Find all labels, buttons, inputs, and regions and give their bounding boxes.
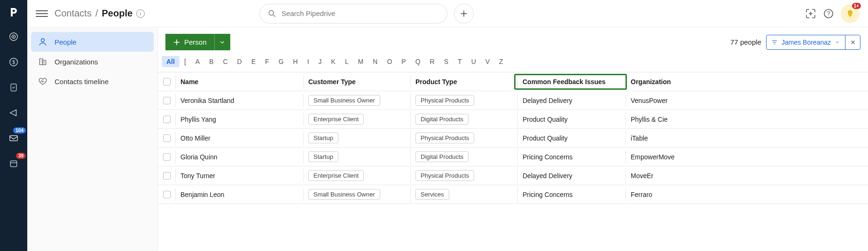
contacts-sidebar: People Organizations Contacts timeline — [27, 27, 158, 251]
filter-icon — [771, 39, 778, 46]
alpha-p[interactable]: P — [397, 56, 410, 67]
alpha-m[interactable]: M — [353, 56, 368, 67]
alpha-v[interactable]: V — [481, 56, 494, 67]
alpha-e[interactable]: E — [247, 56, 260, 67]
svg-point-2 — [13, 36, 15, 38]
quick-add-button[interactable] — [454, 4, 474, 24]
rail-item-inbox[interactable]: 104 — [7, 132, 20, 145]
col-name[interactable]: Name — [176, 75, 304, 88]
alpha-g[interactable]: G — [274, 56, 289, 67]
alpha-d[interactable]: D — [233, 56, 247, 67]
cell-feedback: Product Quality — [518, 132, 626, 145]
table-row[interactable]: Veronika Startland Small Business Owner … — [158, 91, 868, 110]
alpha-a[interactable]: A — [191, 56, 204, 67]
cell-customer-type: Startup — [304, 130, 411, 146]
row-select-cell — [158, 113, 176, 126]
cell-name[interactable]: Benjamin Leon — [176, 188, 304, 201]
cell-customer-type: Enterprise Client — [304, 111, 411, 127]
alpha-i[interactable]: I — [303, 56, 314, 67]
col-organization[interactable]: Organization — [626, 75, 868, 88]
row-checkbox[interactable] — [163, 97, 171, 104]
col-product-type[interactable]: Product Type — [411, 75, 518, 88]
alpha-k[interactable]: K — [327, 56, 340, 67]
add-person-button[interactable]: Person — [165, 34, 214, 50]
cell-organization[interactable]: EmpowerMove — [626, 150, 868, 164]
filter-button[interactable]: James Boreanaz — [766, 35, 845, 49]
table-row[interactable]: Benjamin Leon Small Business Owner Servi… — [158, 185, 868, 204]
rail-item-projects[interactable] — [7, 81, 20, 94]
cell-product-type: Physical Products — [411, 167, 518, 184]
add-person-dropdown[interactable] — [214, 34, 230, 50]
svg-text:$: $ — [12, 60, 15, 65]
select-all-cell — [158, 75, 176, 88]
cell-organization[interactable]: iTable — [626, 132, 868, 145]
alpha-n[interactable]: N — [368, 56, 382, 67]
rail-item-leads[interactable] — [7, 30, 20, 43]
alpha-z[interactable]: Z — [494, 56, 508, 67]
row-select-cell — [158, 94, 176, 107]
col-customer-type[interactable]: Customer Type — [304, 75, 411, 88]
row-select-cell — [158, 188, 176, 201]
select-all-checkbox[interactable] — [163, 78, 171, 86]
row-checkbox[interactable] — [163, 116, 171, 123]
info-icon[interactable]: i — [136, 9, 145, 18]
alpha-f[interactable]: F — [260, 56, 274, 67]
cell-name[interactable]: Tony Turner — [176, 169, 304, 182]
alpha-s[interactable]: S — [439, 56, 453, 67]
plus-icon — [460, 9, 468, 18]
cell-product-type: Services — [411, 186, 518, 203]
alpha-[[interactable]: [ — [180, 56, 191, 67]
alpha-t[interactable]: T — [453, 56, 467, 67]
cell-organization[interactable]: Phyllis & Cie — [626, 113, 868, 126]
rail-item-activities[interactable]: 39 — [7, 157, 20, 170]
bulb-icon — [845, 9, 855, 18]
plus-icon — [173, 39, 180, 46]
alpha-l[interactable]: L — [340, 56, 353, 67]
col-feedback[interactable]: Common Feedback Issues — [518, 75, 626, 88]
table-row[interactable]: Gloria Quinn Startup Digital Products Pr… — [158, 148, 868, 166]
cell-name[interactable]: Phyllis Yang — [176, 113, 304, 126]
alpha-all[interactable]: All — [162, 56, 180, 67]
rail-item-deals[interactable]: $ — [7, 55, 20, 69]
table-row[interactable]: Otto Miller Startup Physical Products Pr… — [158, 129, 868, 148]
row-checkbox[interactable] — [163, 191, 171, 198]
help-icon[interactable]: ? — [823, 8, 834, 19]
cell-name[interactable]: Gloria Quinn — [176, 150, 304, 164]
list-toolbar: Person 77 people James Boreanaz — [158, 27, 868, 54]
alpha-q[interactable]: Q — [411, 56, 425, 67]
clear-filter-button[interactable] — [845, 35, 860, 49]
cell-product-type: Digital Products — [411, 111, 518, 127]
cell-organization[interactable]: Ferraro — [626, 188, 868, 201]
table-row[interactable]: Phyllis Yang Enterprise Client Digital P… — [158, 110, 868, 129]
search-input-wrap[interactable] — [259, 4, 447, 24]
row-checkbox[interactable] — [163, 134, 171, 142]
alpha-h[interactable]: H — [289, 56, 303, 67]
marketplace-icon[interactable] — [805, 8, 816, 19]
alpha-b[interactable]: B — [204, 56, 218, 67]
menu-toggle-button[interactable] — [36, 8, 48, 20]
sidebar-item-label: Contacts timeline — [55, 78, 109, 86]
alpha-c[interactable]: C — [218, 56, 232, 67]
alphabet-filter: All[ABCDEFGHIJKLMNOPQRSTUVZ — [158, 54, 868, 72]
inbox-badge: 104 — [13, 127, 26, 133]
search-input[interactable] — [282, 9, 439, 17]
table-row[interactable]: Tony Turner Enterprise Client Physical P… — [158, 166, 868, 185]
cell-organization[interactable]: VenusPower — [626, 94, 868, 107]
sidebar-item-people[interactable]: People — [31, 32, 154, 52]
alpha-u[interactable]: U — [467, 56, 481, 67]
row-checkbox[interactable] — [163, 172, 171, 180]
row-select-cell — [158, 132, 176, 145]
sales-assistant-button[interactable]: 1+ — [841, 4, 860, 23]
cell-name[interactable]: Veronika Startland — [176, 94, 304, 107]
alpha-o[interactable]: O — [382, 56, 397, 67]
row-checkbox[interactable] — [163, 153, 171, 161]
sidebar-item-timeline[interactable]: Contacts timeline — [31, 71, 154, 91]
nav-rail: $ 104 39 — [0, 0, 27, 251]
alpha-r[interactable]: R — [425, 56, 439, 67]
alpha-j[interactable]: J — [314, 56, 327, 67]
cell-name[interactable]: Otto Miller — [176, 132, 304, 145]
cell-organization[interactable]: MoveEr — [626, 169, 868, 182]
sidebar-item-organizations[interactable]: Organizations — [31, 52, 154, 71]
rail-item-campaigns[interactable] — [7, 106, 20, 119]
breadcrumb-parent[interactable]: Contacts — [55, 8, 92, 19]
